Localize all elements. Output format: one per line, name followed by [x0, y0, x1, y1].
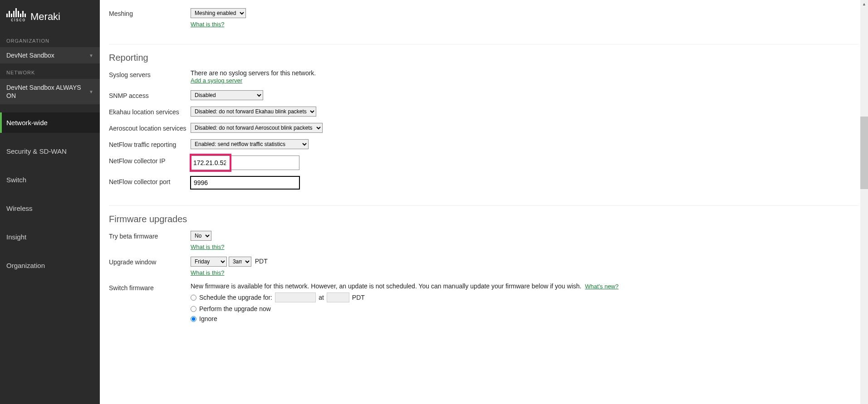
syslog-msg: There are no syslog servers for this net…: [191, 69, 316, 77]
main-content: Meshing Meshing enabled What is this? Re…: [100, 0, 868, 404]
beta-label: Try beta firmware: [109, 231, 191, 250]
org-label: ORGANIZATION: [0, 32, 100, 47]
meraki-text: Meraki: [30, 11, 60, 23]
firmware-title: Firmware upgrades: [109, 214, 859, 224]
schedule-radio[interactable]: [191, 295, 196, 301]
aeroscout-select[interactable]: Disabled: do not forward Aeroscout blink…: [191, 123, 323, 133]
scroll-thumb[interactable]: [860, 117, 868, 189]
net-name: DevNet Sandbox ALWAYS ON: [6, 83, 89, 100]
window-label: Upgrade window: [109, 257, 191, 276]
switch-fw-msg: New firmware is available for this netwo…: [191, 282, 581, 290]
logo: cisco Meraki: [0, 0, 100, 32]
collector-ip-label: NetFlow collector IP: [109, 156, 191, 170]
collector-ip-input[interactable]: [191, 157, 228, 169]
switch-fw-label: Switch firmware: [109, 282, 191, 325]
scrollbar[interactable]: ▲: [860, 0, 868, 404]
nav-network-wide[interactable]: Network-wide: [0, 112, 100, 133]
perform-now-radio[interactable]: [191, 306, 196, 312]
scroll-up-icon[interactable]: ▲: [860, 0, 868, 8]
netflow-label: NetFlow traffic reporting: [109, 139, 191, 149]
syslog-label: Syslog servers: [109, 69, 191, 84]
window-tz: PDT: [255, 258, 268, 265]
org-name: DevNet Sandbox: [6, 52, 54, 59]
ekahau-label: Ekahau location services: [109, 107, 191, 117]
schedule-at: at: [319, 294, 324, 301]
sidebar: cisco Meraki ORGANIZATION DevNet Sandbox…: [0, 0, 100, 404]
nav-organization[interactable]: Organization: [0, 255, 100, 276]
collector-port-input[interactable]: [191, 176, 299, 189]
nav-wireless[interactable]: Wireless: [0, 198, 100, 219]
netflow-select[interactable]: Enabled: send netflow traffic statistics: [191, 139, 309, 149]
beta-help-link[interactable]: What is this?: [191, 243, 224, 250]
perform-now-label: Perform the upgrade now: [199, 305, 271, 312]
network-selector[interactable]: DevNet Sandbox ALWAYS ON ▼: [0, 79, 100, 104]
ignore-label: Ignore: [199, 315, 217, 322]
beta-select[interactable]: No: [191, 231, 211, 241]
reporting-title: Reporting: [109, 53, 859, 63]
meshing-help-link[interactable]: What is this?: [191, 21, 224, 28]
schedule-time-input[interactable]: [327, 292, 349, 302]
meshing-label: Meshing: [109, 8, 191, 28]
cisco-bars-icon: [6, 7, 26, 17]
meshing-select[interactable]: Meshing enabled: [191, 8, 246, 18]
collector-port-label: NetFlow collector port: [109, 176, 191, 189]
nav-insight[interactable]: Insight: [0, 227, 100, 247]
schedule-label: Schedule the upgrade for:: [199, 294, 272, 301]
nav-security-sdwan[interactable]: Security & SD-WAN: [0, 141, 100, 161]
nav-switch[interactable]: Switch: [0, 170, 100, 190]
window-time-select[interactable]: 3am: [229, 257, 251, 267]
chevron-down-icon: ▼: [89, 89, 93, 94]
ekahau-select[interactable]: Disabled: do not forward Ekahau blink pa…: [191, 107, 316, 117]
org-selector[interactable]: DevNet Sandbox ▼: [0, 47, 100, 63]
net-label: NETWORK: [0, 63, 100, 79]
add-syslog-link[interactable]: Add a syslog server: [191, 77, 242, 84]
window-day-select[interactable]: Friday: [191, 257, 227, 267]
cisco-text: cisco: [11, 17, 26, 23]
snmp-label: SNMP access: [109, 90, 191, 100]
whats-new-link[interactable]: What's new?: [585, 283, 618, 290]
aeroscout-label: Aeroscout location services: [109, 123, 191, 133]
schedule-tz: PDT: [352, 294, 365, 301]
chevron-down-icon: ▼: [89, 53, 93, 58]
snmp-select[interactable]: Disabled: [191, 90, 263, 100]
schedule-date-input[interactable]: [275, 292, 316, 302]
window-help-link[interactable]: What is this?: [191, 269, 224, 276]
ignore-radio[interactable]: [191, 316, 196, 322]
collector-ip-highlight: [190, 154, 231, 172]
